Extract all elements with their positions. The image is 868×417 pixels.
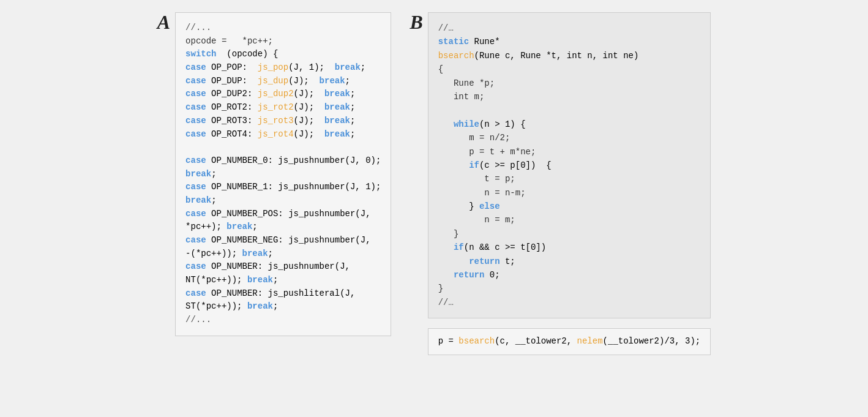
- code-line: if(c >= p[0]) {: [438, 159, 701, 172]
- code-line: break;: [185, 194, 381, 208]
- code-line: int m;: [438, 90, 701, 103]
- code-line-bottom: p = bsearch(c, __tolower2, nelem(__tolow…: [438, 335, 701, 348]
- panel-b-bottom-box: p = bsearch(c, __tolower2, nelem(__tolow…: [428, 328, 711, 355]
- code-line: {: [438, 62, 701, 76]
- code-line: }: [438, 227, 701, 241]
- code-line: opcode = *pc++;: [185, 35, 381, 48]
- code-line: NT(*pc++)); break;: [185, 274, 381, 287]
- code-line: case OP_ROT4: js_rot4(J); break;: [185, 128, 381, 141]
- code-line: case OP_NUMBER_NEG: js_pushnumber(J,: [185, 234, 381, 247]
- code-line: case OP_NUMBER_0: js_pushnumber(J, 0);: [185, 154, 381, 168]
- panel-a-code-box: //... opcode = *pc++; switch (opcode) { …: [175, 12, 391, 336]
- code-line: case OP_DUP: js_dup(J); break;: [185, 75, 381, 88]
- code-line: [438, 103, 701, 117]
- code-line: } else: [438, 200, 701, 213]
- code-line: n = n-m;: [438, 186, 701, 200]
- code-line: Rune *p;: [438, 77, 701, 90]
- code-line: *pc++); break;: [185, 220, 381, 234]
- code-line: case OP_ROT2: js_rot2(J); break;: [185, 101, 381, 115]
- panel-b-section: B //… static Rune* bsearch(Rune c, Rune …: [410, 12, 711, 355]
- panel-b-right-col: //… static Rune* bsearch(Rune c, Rune *t…: [428, 12, 711, 355]
- code-line: n = m;: [438, 213, 701, 227]
- code-line: case OP_POP: js_pop(J, 1); break;: [185, 61, 381, 75]
- code-line: return 0;: [438, 268, 701, 282]
- code-line: return t;: [438, 255, 701, 268]
- code-line: if(n && c >= t[0]): [438, 241, 701, 254]
- code-line: -(*pc++)); break;: [185, 247, 381, 261]
- code-line: case OP_NUMBER_1: js_pushnumber(J, 1);: [185, 181, 381, 194]
- panel-a-section: A //... opcode = *pc++; switch (opcode) …: [157, 12, 392, 336]
- code-line: //…: [438, 296, 701, 309]
- panel-b-code-box: //… static Rune* bsearch(Rune c, Rune *t…: [428, 12, 711, 318]
- code-line: //…: [438, 21, 701, 35]
- code-line: bsearch(Rune c, Rune *t, int n, int ne): [438, 49, 701, 62]
- panel-b-label: B: [410, 12, 422, 32]
- code-line: t = p;: [438, 172, 701, 186]
- code-line: //...: [185, 21, 381, 35]
- code-line: static Rune*: [438, 35, 701, 48]
- code-line: p = t + m*ne;: [438, 145, 701, 159]
- code-line: m = n/2;: [438, 131, 701, 145]
- code-line: //...: [185, 314, 381, 327]
- code-line: [185, 141, 381, 154]
- code-line: }: [438, 282, 701, 295]
- code-line: case OP_ROT3: js_rot3(J); break;: [185, 115, 381, 128]
- code-line: switch (opcode) {: [185, 48, 381, 61]
- code-line: case OP_NUMBER: js_pushnumber(J,: [185, 260, 381, 274]
- code-line: case OP_NUMBER_POS: js_pushnumber(J,: [185, 208, 381, 221]
- code-line: case OP_NUMBER: js_pushliteral(J,: [185, 287, 381, 301]
- code-line: while(n > 1) {: [438, 118, 701, 131]
- code-line: ST(*pc++)); break;: [185, 300, 381, 314]
- code-line: case OP_DUP2: js_dup2(J); break;: [185, 88, 381, 101]
- code-line: break;: [185, 168, 381, 181]
- panel-a-label: A: [157, 12, 170, 32]
